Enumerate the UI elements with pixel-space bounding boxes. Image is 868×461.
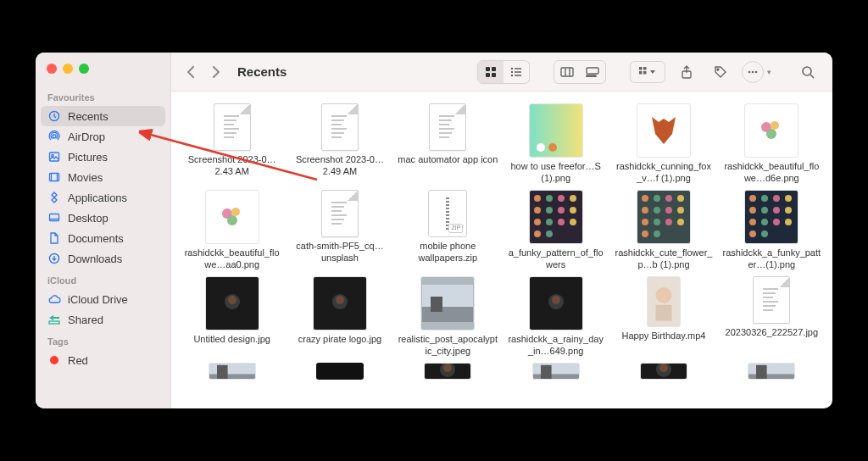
forward-button[interactable] — [209, 64, 224, 80]
svg-rect-63 — [331, 202, 347, 203]
svg-point-75 — [558, 207, 565, 214]
file-item[interactable]: Happy Birthday.mp4 — [611, 276, 715, 358]
list-view-button[interactable] — [504, 61, 529, 83]
file-item[interactable]: 20230326_222527.jpg — [720, 276, 824, 358]
file-item[interactable]: ZIPmobile phone wallpapers.zip — [396, 190, 500, 271]
svg-rect-54 — [439, 128, 454, 130]
svg-point-74 — [546, 207, 553, 214]
svg-point-119 — [552, 296, 560, 304]
svg-point-108 — [785, 219, 792, 225]
file-item[interactable]: Screenshot 2023-0…2.43 AM — [180, 103, 284, 185]
file-item[interactable]: crazy pirate logo.jpg — [287, 276, 392, 358]
minimize-button[interactable] — [63, 64, 73, 74]
svg-point-109 — [749, 230, 756, 237]
svg-point-79 — [558, 219, 565, 225]
file-name: rashidckk_a_funky_patter…(1).png — [721, 247, 821, 271]
file-item[interactable]: rashidckk_cunning_fox_v…f (1).png — [611, 103, 715, 185]
sidebar-item-desktop[interactable]: Desktop — [36, 208, 170, 228]
svg-rect-53 — [439, 124, 449, 125]
file-thumbnail — [214, 103, 251, 151]
svg-rect-66 — [331, 214, 347, 216]
sidebar-item-label: Downloads — [68, 253, 162, 265]
file-thumbnail — [313, 276, 367, 330]
file-item[interactable] — [611, 363, 715, 383]
svg-rect-128 — [763, 309, 773, 311]
svg-rect-43 — [224, 132, 236, 134]
file-item[interactable] — [287, 363, 392, 383]
shared-icon — [47, 313, 61, 326]
file-item[interactable]: mac automator app icon — [396, 103, 500, 185]
file-item[interactable]: cath-smith-PF5_cq…unsplash — [287, 190, 392, 271]
svg-rect-122 — [655, 305, 671, 321]
file-item[interactable]: rashidckk_a_funky_patter…(1).png — [720, 190, 824, 271]
svg-point-19 — [511, 74, 513, 75]
svg-rect-127 — [763, 305, 776, 307]
svg-rect-115 — [422, 285, 473, 307]
zoom-button[interactable] — [79, 64, 89, 74]
file-item[interactable]: a_funky_pattern_of_flowers — [504, 190, 608, 271]
svg-rect-141 — [756, 365, 767, 379]
doc-icon — [47, 231, 61, 245]
svg-rect-11 — [486, 67, 490, 71]
sidebar-item-shared[interactable]: Shared — [36, 309, 170, 330]
file-name: rashidckk_beautiful_flowe…d6e.png — [721, 161, 821, 185]
svg-rect-46 — [331, 119, 344, 121]
svg-rect-136 — [541, 365, 552, 379]
file-item[interactable]: rashidckk_beautiful_flowe…aa0.png — [180, 190, 284, 271]
svg-point-138 — [659, 364, 668, 372]
file-item[interactable]: rashidckk_a_rainy_day_in…649.png — [504, 276, 608, 358]
column-view-button[interactable] — [554, 61, 580, 83]
window-controls — [36, 61, 170, 86]
svg-point-80 — [570, 219, 576, 225]
svg-point-76 — [570, 207, 576, 214]
file-item[interactable]: how to use freefor…S (1).png — [504, 103, 608, 185]
file-item[interactable] — [396, 363, 500, 383]
file-item[interactable]: rashidckk_beautiful_flowe…d6e.png — [720, 103, 824, 185]
main-pane: Recents — [171, 53, 832, 408]
tags-button[interactable] — [708, 61, 733, 83]
share-button[interactable] — [674, 61, 699, 83]
sidebar-item-icloud-drive[interactable]: iCloud Drive — [36, 289, 170, 309]
sidebar-item-documents[interactable]: Documents — [36, 228, 170, 248]
svg-rect-116 — [422, 307, 473, 322]
sidebar-item-movies[interactable]: Movies — [36, 167, 170, 187]
svg-point-121 — [655, 287, 671, 303]
sidebar-item-airdrop[interactable]: AirDrop — [36, 126, 170, 147]
file-item[interactable]: Untitled design.jpg — [180, 276, 284, 358]
sidebar-item-label: Red — [68, 354, 162, 367]
gallery-view-button[interactable] — [580, 61, 605, 83]
sidebar-item-applications[interactable]: Applications — [36, 187, 170, 208]
file-item[interactable]: Screenshot 2023-0…2.49 AM — [287, 103, 392, 185]
sidebar-item-downloads[interactable]: Downloads — [36, 248, 170, 269]
svg-rect-135 — [533, 375, 579, 380]
svg-rect-55 — [439, 132, 452, 134]
svg-rect-10 — [49, 321, 59, 324]
svg-rect-117 — [431, 297, 442, 312]
file-item[interactable]: rashidckk_cute_flower_p…b (1).png — [611, 190, 715, 271]
file-item[interactable] — [720, 363, 824, 383]
svg-rect-49 — [331, 132, 344, 134]
file-thumbnail: ZIP — [428, 190, 467, 237]
sidebar-item-pictures[interactable]: Pictures — [36, 147, 170, 167]
svg-rect-12 — [492, 67, 496, 71]
file-name: mac automator app icon — [398, 154, 498, 178]
group-by-button[interactable] — [630, 61, 665, 83]
file-thumbnail — [429, 103, 466, 151]
close-button[interactable] — [47, 64, 57, 74]
svg-point-37 — [803, 67, 811, 75]
svg-rect-41 — [224, 124, 234, 125]
back-button[interactable] — [183, 64, 198, 80]
sidebar-item-recents[interactable]: Recents — [41, 106, 165, 126]
svg-point-101 — [749, 207, 756, 214]
file-thumbnail — [205, 190, 259, 244]
search-button[interactable] — [795, 61, 821, 83]
file-item[interactable] — [180, 363, 284, 383]
file-item[interactable] — [504, 363, 608, 383]
svg-rect-48 — [331, 128, 347, 130]
icon-view-button[interactable] — [478, 61, 504, 83]
action-menu-button[interactable] — [742, 61, 764, 83]
sidebar-item-red[interactable]: Red — [36, 350, 170, 370]
svg-point-1 — [53, 135, 56, 138]
file-item[interactable]: realistic_post_apocalyptic_city.jpeg — [396, 276, 500, 358]
svg-rect-44 — [224, 136, 234, 138]
